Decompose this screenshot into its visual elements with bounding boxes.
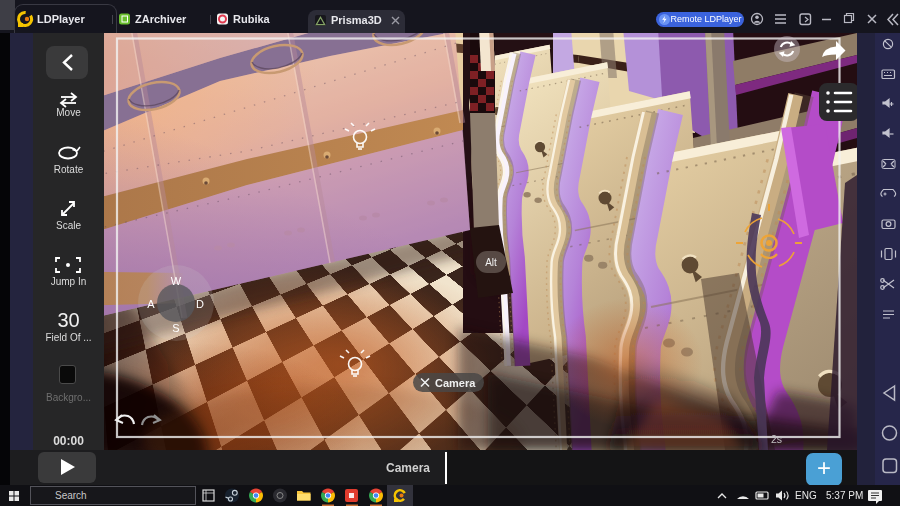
- svg-text:A: A: [147, 298, 155, 310]
- svg-text:Camera: Camera: [435, 377, 476, 389]
- svg-text:S: S: [172, 322, 179, 334]
- svg-text:W: W: [171, 275, 182, 287]
- svg-text:2s: 2s: [771, 433, 782, 445]
- svg-text:D: D: [196, 298, 204, 310]
- svg-text:Alt: Alt: [485, 257, 497, 268]
